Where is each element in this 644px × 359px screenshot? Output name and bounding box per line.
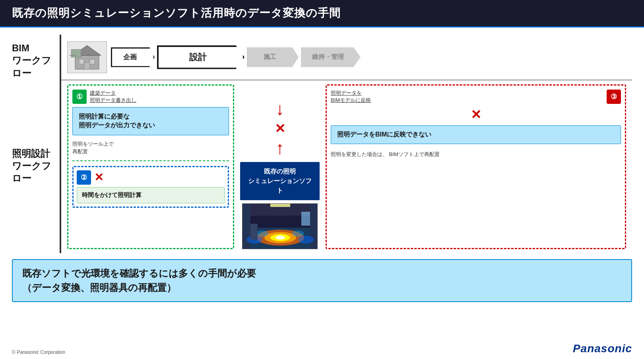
copyright: © Panasonic Corporation [12,349,65,355]
building-image [67,41,107,73]
section1-box-text1: 照明計算に必要な [79,112,223,121]
section1-rearrange: 照明をツール上で 再配置 [72,140,229,156]
section2-text-box: 時間をかけて照明計算 [77,187,225,203]
main-content: BIMワークフロー 照明設計ワークフロー [0,27,644,308]
left-labels: BIMワークフロー 照明設計ワークフロー [12,35,60,253]
section1-desc-line2: 照明データ書き出し [90,97,136,104]
title-bar: 既存の照明シミュレーションソフト活用時のデータ変換の手間 [0,0,644,27]
svg-rect-5 [71,49,81,57]
svg-rect-21 [301,212,310,226]
simulation-image [242,203,318,249]
arrow-sekkei: 設計 [157,45,244,69]
red-arrow-down: ↓ [275,100,284,118]
arrow-kikaku: 企画 [111,47,155,67]
section2-cross: ✕ [94,171,103,184]
section2-box: ② ✕ 時間をかけて照明計算 [72,166,229,208]
upper-section: BIMワークフロー 照明設計ワークフロー [12,35,632,253]
svg-point-18 [256,230,268,237]
svg-point-15 [275,236,285,240]
section3-header: 照明データを BIMモデルに反映 ③ [331,90,621,104]
center-cross: ✕ [275,121,285,136]
section3-cross-row: ✕ [331,107,621,122]
section3-desc: 照明データを BIMモデルに反映 [331,90,371,104]
simulation-box: 既存の照明 シミュレーションソフト [240,162,320,200]
section1-box-text2: 照明データが出力できない [79,121,223,130]
page-wrapper: 既存の照明シミュレーションソフト活用時のデータ変換の手間 BIMワークフロー 照… [0,0,644,359]
section3-badge: ③ [607,90,621,104]
section3-box-text: 照明データをBIMに反映できない [337,131,615,139]
page-title: 既存の照明シミュレーションソフト活用時のデータ変換の手間 [12,6,341,21]
workflow-arrows: 企画 設計 施工 維持・管理 [111,45,626,69]
lighting-workflow-row: ① 建築データ 照明データ書き出し 照明計算に必要な 照明データが出力できない [61,80,632,253]
center-column: ↓ ✕ ↑ 既存の照明 シミュレーションソフト [238,84,322,249]
arrow-sekou: 施工 [247,47,299,67]
section3-rearrange: 照明を変更した場合は、 BIMソフト上で再配置 [331,150,621,159]
section3-desc-line2: BIMモデルに反映 [331,97,371,104]
arrow-maintenance: 維持・管理 [301,47,361,67]
lighting-workflow-label: 照明設計ワークフロー [12,82,60,253]
section2-header: ② ✕ [77,170,225,185]
section3-desc-line1: 照明データを [331,90,371,97]
green-divider [72,160,229,161]
footer: © Panasonic Corporation Panasonic [12,342,632,355]
svg-point-17 [298,236,314,244]
bim-workflow-label: BIMワークフロー [12,35,60,82]
svg-rect-20 [270,204,290,207]
section1-desc: 建築データ 照明データ書き出し [90,90,136,104]
right-cross: ✕ [471,107,481,122]
section1-desc-line1: 建築データ [90,90,136,97]
bim-workflow-row: 企画 設計 施工 維持・管理 [61,35,632,80]
svg-rect-4 [84,62,90,69]
red-arrow-up: ↑ [275,139,284,157]
summary-line1: 既存ソフトで光環境を確認するには多くの手間が必要 [22,266,622,281]
section3-problem-box: 照明データをBIMに反映できない [331,125,621,144]
section2-badge: ② [77,170,91,185]
diagram-area: 企画 設計 施工 維持・管理 [60,35,632,253]
svg-rect-2 [79,59,84,64]
summary-box: 既存ソフトで光環境を確認するには多くの手間が必要 （データ変換、照明器具の再配置… [12,259,632,302]
summary-line2: （データ変換、照明器具の再配置） [22,281,622,295]
svg-point-19 [292,230,304,237]
green-dashed-region: ① 建築データ 照明データ書き出し 照明計算に必要な 照明データが出力できない [67,84,234,249]
section1-problem-box: 照明計算に必要な 照明データが出力できない [72,107,229,135]
svg-rect-22 [250,224,258,240]
section1-header: ① 建築データ 照明データ書き出し [72,90,229,104]
red-dashed-region: 照明データを BIMモデルに反映 ③ ✕ [326,84,626,249]
svg-rect-3 [90,59,95,64]
section1-badge: ① [72,90,87,104]
panasonic-logo: Panasonic [573,342,632,355]
